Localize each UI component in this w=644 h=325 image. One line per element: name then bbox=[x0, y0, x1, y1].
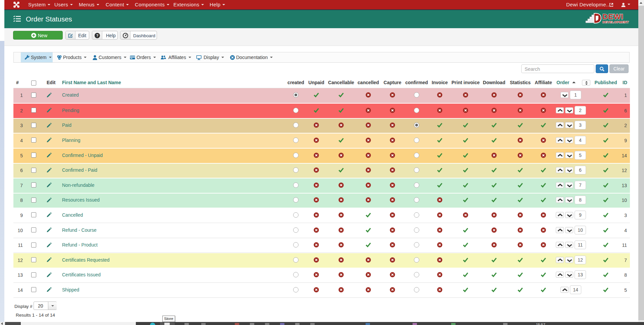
svg-text:?: ? bbox=[96, 34, 99, 38]
svg-text:DEWI: DEWI bbox=[602, 12, 624, 21]
svg-text:DEVELOPMENT: DEVELOPMENT bbox=[602, 20, 629, 24]
